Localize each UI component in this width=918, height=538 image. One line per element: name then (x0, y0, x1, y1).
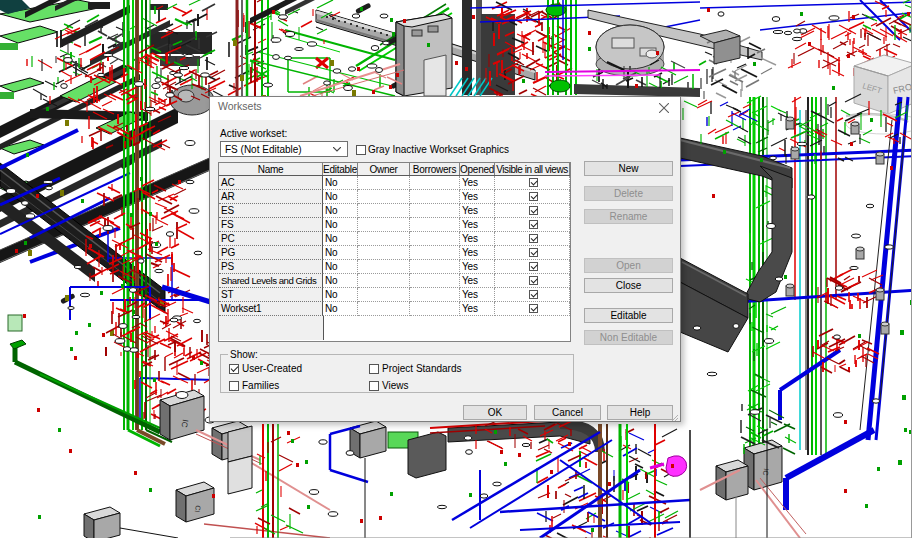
svg-text:CI: CI (194, 505, 202, 513)
svg-text:IC: IC (762, 468, 770, 476)
